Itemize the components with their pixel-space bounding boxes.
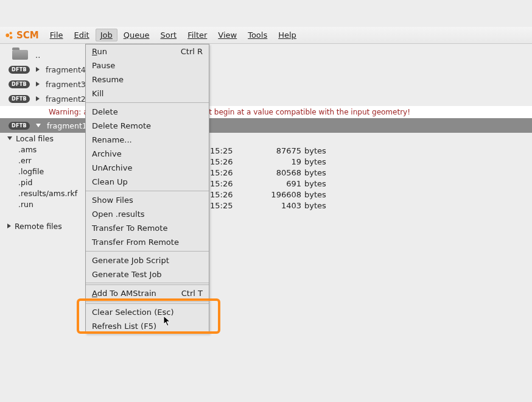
menu-queue[interactable]: Queue (119, 29, 155, 41)
logo-text: SCM (16, 30, 39, 41)
fragment-label: fragment1- (47, 121, 89, 130)
menu-run[interactable]: Run Ctrl R (86, 44, 209, 58)
menu-refresh-list[interactable]: Refresh List (F5) (86, 319, 209, 333)
fragment-row-2[interactable]: DFTB fragment2- (0, 91, 532, 106)
fragment-label: fragment3- (46, 80, 88, 89)
job-menu-dropdown: Run Ctrl R Pause Resume Kill Delete Dele… (85, 44, 209, 334)
dftb-badge: DFTB (9, 66, 30, 74)
expand-icon[interactable] (7, 224, 11, 228)
folder-icon (12, 50, 28, 60)
menubar: SCM File Edit Job Queue Sort Filter View… (0, 27, 532, 44)
menu-tools[interactable]: Tools (243, 29, 272, 41)
fragment-row-1-selected[interactable]: DFTB fragment1- (0, 118, 532, 133)
menu-kill[interactable]: Kill (86, 86, 209, 100)
menu-rename[interactable]: Rename... (86, 133, 209, 147)
menu-delete[interactable]: Delete (86, 105, 209, 119)
menu-file[interactable]: File (45, 29, 68, 41)
svg-point-0 (5, 34, 9, 37)
menu-help[interactable]: Help (273, 29, 301, 41)
separator (86, 102, 209, 103)
menu-resume[interactable]: Resume (86, 72, 209, 86)
fragment-row-3[interactable]: DFTB fragment3- (0, 77, 532, 91)
menu-transfer-to-remote[interactable]: Transfer To Remote (86, 221, 209, 235)
dftb-badge: DFTB (9, 80, 30, 88)
menu-generate-job-script[interactable]: Generate Job Script (86, 253, 209, 267)
menu-open-results[interactable]: Open .results (86, 207, 209, 221)
collapse-icon[interactable] (7, 136, 12, 140)
fragment-label: fragment2- (46, 94, 88, 104)
remote-files-label: Remote files (15, 222, 62, 231)
menu-sort[interactable]: Sort (155, 29, 181, 41)
parent-dir-label: .. (35, 51, 40, 60)
expand-icon[interactable] (36, 67, 40, 72)
expand-icon[interactable] (36, 96, 40, 101)
logo[interactable]: SCM (4, 30, 39, 41)
file-detail-row: 15:2619bytes (0, 157, 532, 168)
cursor-icon (163, 316, 172, 328)
fragment-label: fragment4- (46, 65, 88, 74)
separator (86, 302, 209, 304)
menu-archive[interactable]: Archive (86, 147, 209, 161)
menu-job[interactable]: Job (96, 29, 117, 41)
local-files-label: Local files (16, 134, 54, 143)
file-detail-row: 15:26691bytes (0, 179, 532, 190)
dftb-badge: DFTB (9, 122, 30, 130)
menu-unarchive[interactable]: UnArchive (86, 161, 209, 175)
separator (86, 191, 209, 191)
menu-pause[interactable]: Pause (86, 58, 209, 72)
menu-cleanup[interactable]: Clean Up (86, 175, 209, 189)
shortcut: Ctrl T (181, 289, 203, 298)
separator (86, 251, 209, 252)
expand-icon[interactable] (36, 82, 40, 86)
menu-add-to-amstrain[interactable]: Add To AMStrain Ctrl T (86, 286, 209, 300)
menu-clear-selection[interactable]: Clear Selection (Esc) (86, 305, 209, 319)
menu-view[interactable]: View (213, 29, 242, 41)
svg-point-1 (10, 32, 12, 34)
file-detail-row: 15:26196608bytes (0, 190, 532, 201)
file-detail-row: 15:2680568bytes (0, 168, 532, 179)
menu-generate-test-job[interactable]: Generate Test Job (86, 267, 209, 281)
menu-filter[interactable]: Filter (183, 29, 212, 41)
separator (86, 283, 209, 285)
svg-point-2 (10, 36, 13, 39)
dftb-badge: DFTB (9, 95, 30, 103)
menu-show-files[interactable]: Show Files (86, 193, 209, 207)
menu-delete-remote[interactable]: Delete Remote (86, 119, 209, 133)
menu-edit[interactable]: Edit (69, 29, 94, 41)
menu-transfer-from-remote[interactable]: Transfer From Remote (86, 235, 209, 249)
fragment-row-4[interactable]: DFTB fragment4- (0, 62, 532, 77)
warning-row: Warning: at least one of the ranges does… (0, 106, 532, 118)
parent-dir-row[interactable]: .. (0, 48, 532, 62)
file-detail-row: 15:251403bytes (0, 201, 532, 212)
shortcut: Ctrl R (181, 47, 203, 56)
scm-logo-icon (4, 30, 15, 41)
file-detail-row: 15:2587675bytes (0, 146, 532, 157)
file-details: 15:2587675bytes 15:2619bytes 15:2680568b… (0, 146, 532, 212)
collapse-icon[interactable] (36, 124, 41, 127)
